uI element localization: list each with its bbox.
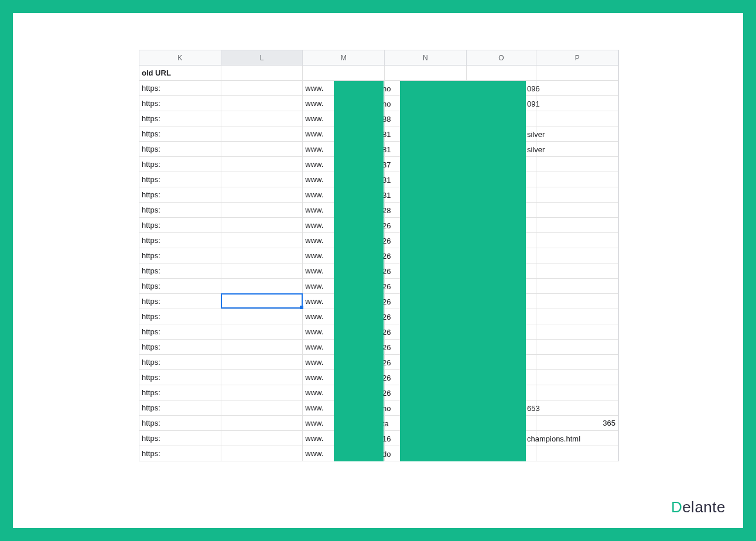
cell-K[interactable]: https: (139, 263, 221, 278)
cell-P[interactable] (536, 172, 618, 187)
cell-L[interactable] (221, 66, 303, 80)
cell-N[interactable] (385, 66, 467, 80)
cell-L[interactable] (221, 309, 303, 324)
cell-P[interactable] (536, 309, 618, 324)
cell-K[interactable]: https: (139, 81, 221, 95)
cell-K[interactable]: old URL (139, 66, 221, 80)
cell-L[interactable] (221, 172, 303, 187)
cell-L[interactable] (221, 446, 303, 461)
cell-L[interactable] (221, 142, 303, 156)
cell-L[interactable] (221, 81, 303, 95)
cell-L[interactable] (221, 294, 303, 309)
column-header-L[interactable]: L (221, 50, 303, 65)
column-header-O[interactable]: O (467, 50, 537, 65)
cell-P[interactable] (536, 324, 618, 339)
cell-L[interactable] (221, 385, 303, 400)
cell-K[interactable]: https: (139, 416, 221, 430)
cell-L[interactable] (221, 218, 303, 232)
cell-P[interactable] (536, 187, 618, 202)
cell-L[interactable] (221, 96, 303, 111)
cell-m-fragment: 26 (382, 218, 391, 233)
cell-L[interactable] (221, 340, 303, 354)
cell-P[interactable] (536, 111, 618, 126)
cell-K[interactable]: https: (139, 126, 221, 141)
cell-L[interactable] (221, 263, 303, 278)
cell-K[interactable]: https: (139, 431, 221, 446)
cell-P[interactable] (536, 203, 618, 217)
column-header-P[interactable]: P (536, 50, 618, 65)
cell-L[interactable] (221, 233, 303, 248)
cell-P[interactable] (536, 81, 618, 95)
cell-L[interactable] (221, 355, 303, 369)
cell-K[interactable]: https: (139, 142, 221, 156)
cell-P[interactable] (536, 126, 618, 141)
cell-K[interactable]: https: (139, 309, 221, 324)
cell-K[interactable]: https: (139, 96, 221, 111)
cell-m-fragment: 37 (382, 157, 391, 172)
cell-O[interactable] (467, 66, 537, 80)
cell-K[interactable]: https: (139, 233, 221, 248)
cell-K[interactable]: https: (139, 203, 221, 217)
cell-P[interactable] (536, 66, 618, 80)
cell-P[interactable]: 365 (536, 416, 618, 430)
cell-P[interactable] (536, 370, 618, 385)
cell-L[interactable] (221, 126, 303, 141)
cell-o-text: 096 (527, 81, 540, 96)
cell-P[interactable] (536, 157, 618, 172)
cell-K[interactable]: https: (139, 187, 221, 202)
cell-L[interactable] (221, 279, 303, 293)
cell-K[interactable]: https: (139, 172, 221, 187)
cell-m-fragment: 31 (382, 187, 391, 203)
cell-M[interactable] (303, 66, 385, 80)
spreadsheet[interactable]: KLMNOPold URLhttps:nowww.096https:nowww.… (139, 50, 619, 461)
cell-P[interactable] (536, 263, 618, 278)
cell-K[interactable]: https: (139, 385, 221, 400)
cell-K[interactable]: https: (139, 355, 221, 369)
cell-m-fragment: 26 (382, 263, 391, 279)
cell-L[interactable] (221, 370, 303, 385)
cell-L[interactable] (221, 416, 303, 430)
cell-P[interactable] (536, 400, 618, 415)
cell-m-fragment: no (382, 400, 391, 416)
cell-L[interactable] (221, 157, 303, 172)
cell-P[interactable] (536, 218, 618, 232)
cell-K[interactable]: https: (139, 111, 221, 126)
column-header-N[interactable]: N (385, 50, 467, 65)
cell-P[interactable] (536, 385, 618, 400)
cell-P[interactable] (536, 142, 618, 156)
cell-K[interactable]: https: (139, 157, 221, 172)
cell-K[interactable]: https: (139, 218, 221, 232)
cell-K[interactable]: https: (139, 248, 221, 263)
cell-L[interactable] (221, 111, 303, 126)
cell-P[interactable] (536, 233, 618, 248)
redaction-block (400, 81, 526, 461)
cell-P[interactable] (536, 446, 618, 461)
cell-K[interactable]: https: (139, 294, 221, 309)
cell-L[interactable] (221, 203, 303, 217)
cell-m-fragment: 26 (382, 370, 391, 385)
cell-P[interactable] (536, 294, 618, 309)
cell-P[interactable] (536, 355, 618, 369)
column-header-M[interactable]: M (303, 50, 385, 65)
brand-rest: elante (682, 498, 726, 516)
cell-L[interactable] (221, 324, 303, 339)
cell-m-fragment: 16 (382, 431, 391, 446)
cell-L[interactable] (221, 248, 303, 263)
cell-m-fragment: 88 (382, 111, 391, 126)
cell-L[interactable] (221, 187, 303, 202)
cell-P[interactable] (536, 96, 618, 111)
cell-K[interactable]: https: (139, 324, 221, 339)
cell-P[interactable] (536, 279, 618, 293)
cell-K[interactable]: https: (139, 370, 221, 385)
cell-m-fragment: 26 (382, 309, 391, 324)
cell-P[interactable] (536, 248, 618, 263)
cell-P[interactable] (536, 340, 618, 354)
cell-K[interactable]: https: (139, 400, 221, 415)
cell-K[interactable]: https: (139, 279, 221, 293)
cell-L[interactable] (221, 431, 303, 446)
cell-K[interactable]: https: (139, 446, 221, 461)
cell-K[interactable]: https: (139, 340, 221, 354)
column-header-K[interactable]: K (139, 50, 221, 65)
cell-m-fragment: 31 (382, 172, 391, 187)
cell-L[interactable] (221, 400, 303, 415)
